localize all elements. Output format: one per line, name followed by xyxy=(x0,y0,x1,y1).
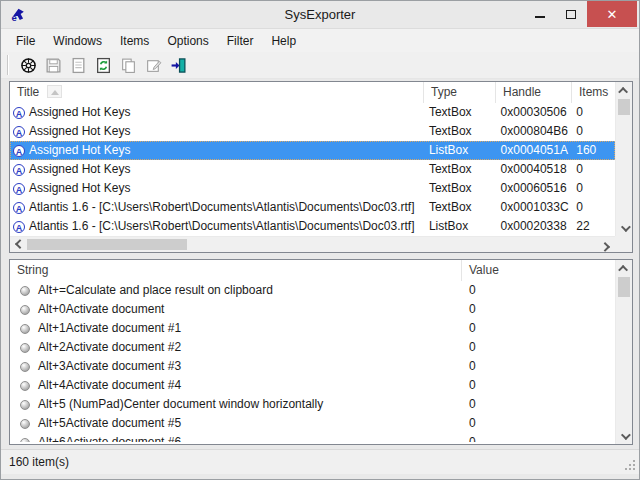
close-button[interactable]: ✕ xyxy=(587,1,637,27)
list-item[interactable]: Alt+0Activate document0 xyxy=(10,300,615,319)
copy-button xyxy=(116,53,141,77)
circled-a-window-icon: A xyxy=(13,202,25,214)
scroll-up-icon[interactable] xyxy=(616,260,633,276)
menubar: File Windows Items Options Filter Help xyxy=(1,29,639,52)
properties-icon xyxy=(145,57,162,74)
report-icon xyxy=(70,57,87,74)
list-item[interactable]: Alt+3Activate document #30 xyxy=(10,357,615,376)
column-header-handle[interactable]: Handle xyxy=(496,82,572,103)
table-row[interactable]: AAssigned Hot KeysListBox0x0004051A160 xyxy=(10,141,615,160)
windows-list-header: Title Type Handle Items xyxy=(10,82,615,103)
list-item[interactable]: Alt+=Calculate and place result on clipb… xyxy=(10,281,615,300)
drag-target-icon xyxy=(20,57,37,74)
windows-list-panel: Title Type Handle Items AAssigned Hot Ke… xyxy=(9,81,633,253)
list-item[interactable]: Alt+6Activate document #60 xyxy=(10,433,615,442)
list-item[interactable]: Alt+5 (NumPad)Center document window hor… xyxy=(10,395,615,414)
menu-help[interactable]: Help xyxy=(262,31,305,51)
menu-windows[interactable]: Windows xyxy=(44,31,111,51)
gray-sphere-bullet-icon xyxy=(20,381,30,391)
menu-filter[interactable]: Filter xyxy=(218,31,263,51)
circled-a-window-icon: A xyxy=(13,145,25,157)
toolbar xyxy=(1,52,639,79)
menu-items[interactable]: Items xyxy=(111,31,158,51)
resize-grip[interactable] xyxy=(625,460,635,470)
scroll-up-icon[interactable] xyxy=(616,82,633,98)
upper-list-body: AAssigned Hot KeysTextBox0x000305060AAss… xyxy=(10,103,615,236)
lower-vertical-scrollbar[interactable] xyxy=(615,260,632,444)
gray-sphere-bullet-icon xyxy=(20,305,30,315)
exit-icon xyxy=(170,57,187,74)
scrollbar-corner xyxy=(615,236,632,252)
table-row[interactable]: AAssigned Hot KeysTextBox0x000305060 xyxy=(10,103,615,122)
maximize-icon xyxy=(566,10,576,19)
list-item[interactable]: Alt+5Activate document #50 xyxy=(10,414,615,433)
upper-horizontal-scrollbar[interactable] xyxy=(10,236,615,252)
drag-target-button[interactable] xyxy=(16,53,41,77)
sort-ascending-icon xyxy=(47,85,62,98)
minimize-icon xyxy=(535,16,545,18)
gray-sphere-bullet-icon xyxy=(20,438,30,443)
items-list-panel: String Value Alt+=Calculate and place re… xyxy=(9,259,633,445)
toolbar-gripper[interactable] xyxy=(7,55,9,75)
gray-sphere-bullet-icon xyxy=(20,286,30,296)
list-item[interactable]: Alt+2Activate document #20 xyxy=(10,338,615,357)
column-header-value[interactable]: Value xyxy=(462,260,615,281)
table-row[interactable]: AAssigned Hot KeysTextBox0x000605160 xyxy=(10,179,615,198)
lower-list-body: Alt+=Calculate and place result on clipb… xyxy=(10,281,615,442)
circled-a-window-icon: A xyxy=(13,164,25,176)
table-row[interactable]: AAtlantis 1.6 - [C:\Users\Robert\Documen… xyxy=(10,198,615,217)
items-list-header: String Value xyxy=(10,260,615,281)
scroll-right-icon[interactable] xyxy=(598,237,615,253)
minimize-button[interactable] xyxy=(525,1,555,25)
table-row[interactable]: AAssigned Hot KeysTextBox0x000804B60 xyxy=(10,122,615,141)
sysexporter-window: e SysExporter ✕ File Windows Items Optio… xyxy=(0,0,640,480)
column-header-string[interactable]: String xyxy=(10,260,462,281)
save-icon xyxy=(45,57,62,74)
refresh-button[interactable] xyxy=(91,53,116,77)
gray-sphere-bullet-icon xyxy=(20,343,30,353)
report-button xyxy=(66,53,91,77)
circled-a-window-icon: A xyxy=(13,183,25,195)
table-row[interactable]: AAtlantis 1.6 - [C:\Users\Robert\Documen… xyxy=(10,217,615,236)
exit-button[interactable] xyxy=(166,53,191,77)
circled-a-window-icon: A xyxy=(13,107,25,119)
refresh-icon xyxy=(95,57,112,74)
gray-sphere-bullet-icon xyxy=(20,362,30,372)
scrollbar-thumb[interactable] xyxy=(618,99,630,115)
table-row[interactable]: AAssigned Hot KeysTextBox0x000405180 xyxy=(10,160,615,179)
save-button xyxy=(41,53,66,77)
gray-sphere-bullet-icon xyxy=(20,419,30,429)
column-header-type[interactable]: Type xyxy=(424,82,496,103)
column-header-title[interactable]: Title xyxy=(10,82,424,103)
scrollbar-thumb[interactable] xyxy=(27,239,187,250)
statusbar: 160 item(s) xyxy=(1,449,639,474)
gray-sphere-bullet-icon xyxy=(20,400,30,410)
copy-icon xyxy=(120,57,137,74)
list-item[interactable]: Alt+1Activate document #10 xyxy=(10,319,615,338)
scroll-down-icon[interactable] xyxy=(616,220,633,236)
list-item[interactable]: Alt+4Activate document #40 xyxy=(10,376,615,395)
gray-sphere-bullet-icon xyxy=(20,324,30,334)
menu-options[interactable]: Options xyxy=(158,31,217,51)
close-icon: ✕ xyxy=(607,8,618,21)
properties-button xyxy=(141,53,166,77)
circled-a-window-icon: A xyxy=(13,221,25,233)
menu-file[interactable]: File xyxy=(7,31,44,51)
column-header-items[interactable]: Items xyxy=(572,82,615,103)
titlebar[interactable]: e SysExporter ✕ xyxy=(1,1,639,29)
maximize-button[interactable] xyxy=(555,1,587,25)
scroll-down-icon[interactable] xyxy=(616,428,633,444)
scrollbar-thumb[interactable] xyxy=(618,277,630,297)
scroll-left-icon[interactable] xyxy=(10,237,27,253)
circled-a-window-icon: A xyxy=(13,126,25,138)
status-item-count: 160 item(s) xyxy=(9,455,69,469)
upper-vertical-scrollbar[interactable] xyxy=(615,82,632,236)
